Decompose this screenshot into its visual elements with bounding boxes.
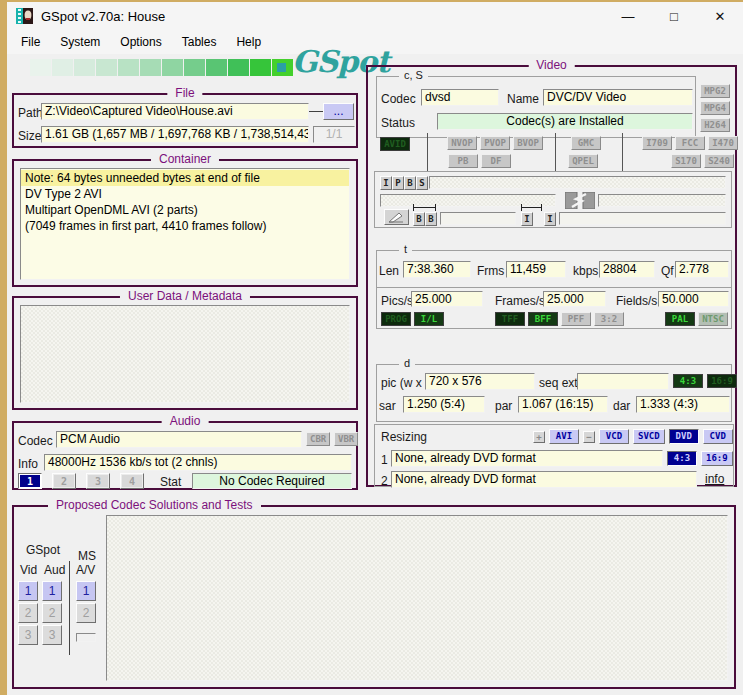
- dimensions-group: d pic (w x 720 x 576 seq ext 4:316:9 sar…: [376, 364, 732, 422]
- frms-field: 11,459: [506, 261, 566, 278]
- timing-group: t Len 7:38.360 Frms 11,459 kbps 28804 Qf…: [376, 250, 732, 288]
- gop-b-box: B: [425, 212, 437, 226]
- menu-file[interactable]: File: [11, 32, 50, 52]
- resizing-box: Resizing +AVI−VCDSVCDDVDCVD 1 None, alre…: [374, 424, 734, 487]
- flag-separator: [622, 133, 623, 171]
- solutions-output-panel: [106, 515, 728, 681]
- frame-type-p: P: [392, 176, 404, 190]
- badge-cbr: CBR: [306, 432, 330, 446]
- video-name-label: Name: [507, 92, 539, 106]
- progress-segment: [140, 59, 161, 76]
- badge-pvop: PVOP: [480, 136, 510, 150]
- audio-stream-1-button[interactable]: 1: [18, 473, 42, 489]
- badge-pb: PB: [448, 154, 478, 168]
- part-indicator: 1/1: [313, 126, 355, 143]
- container-line: Multipart OpenDML AVI (2 parts): [21, 202, 349, 218]
- browse-button[interactable]: ...: [323, 103, 354, 120]
- connector-line: [309, 111, 323, 112]
- flag-separator: [427, 133, 428, 171]
- audio-stream-3-button[interactable]: 3: [86, 473, 110, 489]
- kbps-label: kbps: [573, 264, 598, 278]
- aud-column-label: Aud: [44, 563, 65, 577]
- ms-av-2-button[interactable]: 2: [76, 603, 96, 623]
- resize-aspect-169-button[interactable]: 16:9: [701, 451, 733, 466]
- close-icon[interactable]: ✕: [697, 2, 743, 30]
- badge-qpel: QPEL: [568, 154, 598, 168]
- frame-type-s: S: [416, 176, 428, 190]
- container-line: DV Type 2 AVI: [21, 186, 349, 202]
- badge-nvop: NVOP: [447, 136, 477, 150]
- scan-badges: PROGI/L: [381, 312, 444, 326]
- container-group: Container Note: 64 bytes unneeded bytes …: [12, 159, 358, 287]
- remove-target-button[interactable]: −: [583, 431, 595, 443]
- pic-label: pic (w x: [381, 376, 422, 390]
- audio-stream-4-button[interactable]: 4: [120, 473, 144, 489]
- frame-type-i: I: [380, 176, 392, 190]
- badge-vbr: VBR: [334, 432, 358, 446]
- gspot-aud-2-button[interactable]: 2: [42, 603, 62, 623]
- minimize-icon[interactable]: —: [605, 2, 651, 30]
- gop-bar: [598, 194, 726, 207]
- target-svcd-button[interactable]: SVCD: [633, 429, 665, 444]
- target-dvd-button[interactable]: DVD: [669, 429, 699, 444]
- progress-segment: [206, 59, 227, 76]
- gop-analysis-box: IPBS BB I I: [374, 171, 732, 228]
- menu-system[interactable]: System: [50, 32, 110, 52]
- sar-field: 1.250 (5:4): [403, 396, 485, 413]
- progress-segment: [96, 59, 117, 76]
- add-target-button[interactable]: +: [533, 431, 545, 443]
- resize-aspect-badges: 4:316:9: [667, 451, 733, 466]
- gspot-aud-3-button[interactable]: 3: [42, 625, 62, 645]
- gspot-vid-1-button[interactable]: 1: [18, 581, 38, 601]
- dimensions-group-title: d: [399, 357, 415, 369]
- splice-icon: [565, 192, 595, 212]
- maximize-icon[interactable]: □: [651, 2, 697, 30]
- container-line: Note: 64 bytes unneeded bytes at end of …: [21, 170, 349, 186]
- audio-stream-2-button[interactable]: 2: [52, 473, 76, 489]
- menu-options[interactable]: Options: [110, 32, 171, 52]
- app-icon: [16, 8, 33, 24]
- gspot-aud-1-button[interactable]: 1: [42, 581, 62, 601]
- file-group: File Path Z:\Video\Captured Video\House.…: [12, 93, 358, 148]
- menu-tables[interactable]: Tables: [172, 32, 227, 52]
- standard-badges: PALNTSC: [665, 312, 728, 326]
- ms-av-buttons: 12: [76, 581, 96, 623]
- gop-bar: [429, 176, 726, 189]
- audio-stream-buttons: 1234: [18, 473, 144, 489]
- progress-segment: [52, 59, 73, 76]
- field-order-badges: TFFBFFPFF3:2: [495, 312, 624, 326]
- codec-status-group-title: c, S: [399, 69, 428, 81]
- badge-s240: S240: [704, 154, 734, 168]
- menu-help[interactable]: Help: [226, 32, 271, 52]
- target-vcd-button[interactable]: VCD: [599, 429, 629, 444]
- gop-field: [559, 212, 726, 225]
- gspot-vid-2-button[interactable]: 2: [18, 603, 38, 623]
- badge-s170: S170: [671, 154, 701, 168]
- badge-fcc: FCC: [675, 136, 705, 150]
- gspot-aud-buttons: 123: [42, 581, 62, 645]
- qf-label: Qf: [661, 264, 674, 278]
- progress-bar: [30, 59, 293, 76]
- gspot-vid-3-button[interactable]: 3: [18, 625, 38, 645]
- size-field: 1.61 GB (1,657 MB / 1,697,768 KB / 1,738…: [41, 126, 309, 143]
- info-link[interactable]: info: [705, 472, 724, 486]
- frames-label: Frames/s: [495, 294, 545, 308]
- par-field: 1.067 (16:15): [518, 396, 608, 413]
- audio-group-title: Audio: [162, 414, 209, 428]
- target-cvd-button[interactable]: CVD: [703, 429, 733, 444]
- progress-segment: [250, 59, 271, 76]
- target-avi-button[interactable]: AVI: [549, 429, 579, 444]
- progress-marker: [277, 63, 286, 72]
- frame-type-boxes: IPBS: [380, 176, 428, 190]
- preview-icon[interactable]: [384, 209, 409, 225]
- path-field[interactable]: Z:\Video\Captured Video\House.avi: [41, 103, 309, 120]
- audio-codec-label: Codec: [18, 434, 53, 448]
- audio-stat-label: Stat: [160, 475, 181, 489]
- av-column-label: A/V: [76, 563, 95, 577]
- seq-ext-label: seq ext: [539, 376, 578, 390]
- ms-av-1-button[interactable]: 1: [76, 581, 96, 601]
- badge-mpg4: MPG4: [700, 101, 730, 115]
- gop-b-box: B: [413, 212, 425, 226]
- progress-segment: [30, 59, 51, 76]
- resize-aspect-43-button[interactable]: 4:3: [667, 451, 697, 466]
